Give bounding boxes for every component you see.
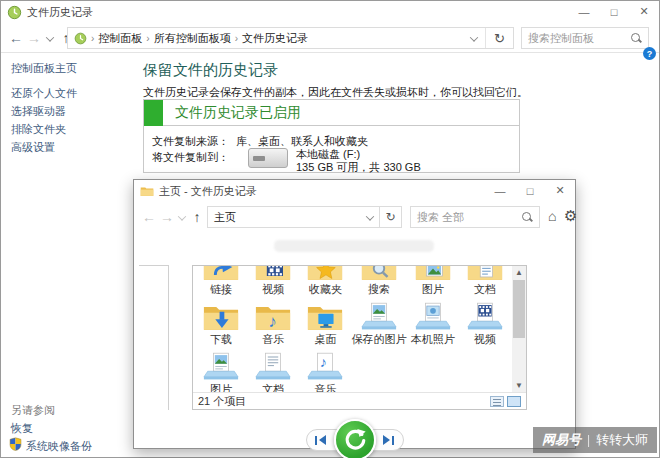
- page-title: 保留文件的历史记录: [143, 61, 278, 80]
- back-button[interactable]: ←: [140, 209, 158, 225]
- sidebar-item-recovery[interactable]: 恢复: [11, 421, 33, 436]
- address-dropdown-icon[interactable]: [367, 211, 379, 223]
- sidebar-item-select-drive[interactable]: 选择驱动器: [11, 104, 66, 119]
- titlebar-browser: 主页 - 文件历史记录 — □ ✕: [134, 180, 575, 202]
- grid-item-label: 图片: [422, 283, 444, 296]
- home-icon[interactable]: ⌂: [548, 208, 556, 224]
- library-icon: ♪: [306, 350, 344, 383]
- library-icon: [202, 350, 240, 383]
- grid-item-label: 视频: [474, 333, 496, 346]
- search-icon[interactable]: [630, 32, 642, 44]
- sidebar-item-home[interactable]: 控制面板主页: [11, 61, 77, 76]
- folder-icon: [202, 300, 240, 333]
- drive-space: 135 GB 可用，共 330 GB: [296, 160, 421, 175]
- scroll-up-icon[interactable]: ▲: [512, 266, 526, 279]
- folder-icon: [306, 265, 344, 283]
- window-title: 文件历史记录: [27, 5, 93, 20]
- close-button[interactable]: ✕: [545, 180, 575, 201]
- file-grid: 链接视频收藏夹搜索图片文档下载♪音乐桌面保存的图片本机照片视频图片文档♪音乐: [195, 265, 511, 392]
- window-title: 主页 - 文件历史记录: [159, 184, 257, 199]
- address-value: 主页: [208, 210, 367, 225]
- file-history-status-box: 文件历史记录已启用 文件复制来源： 库、桌面、联系人和收藏夹 将文件复制到： 本…: [143, 99, 520, 173]
- grid-item-label: 文档: [474, 283, 496, 296]
- folder-icon: ♪: [254, 300, 292, 333]
- sidebar-item-exclude-folders[interactable]: 排除文件夹: [11, 122, 66, 137]
- breadcrumb-location-icon: [74, 32, 87, 45]
- items-status-bar: 21 个项目: [193, 392, 526, 409]
- history-dropdown-icon[interactable]: [43, 32, 57, 44]
- grid-item-favorites[interactable]: 收藏夹: [299, 265, 351, 300]
- breadcrumb-control-panel[interactable]: 控制面板: [98, 31, 142, 46]
- grid-item-documents[interactable]: 文档: [459, 265, 511, 300]
- grid-item-search[interactable]: 搜索: [352, 265, 407, 300]
- grid-item-label: 保存的图片: [352, 333, 407, 346]
- refresh-button[interactable]: ↻: [380, 206, 402, 228]
- gear-icon[interactable]: ⚙: [564, 207, 577, 225]
- crumb-separator-icon: ›: [146, 33, 149, 44]
- copy-to-label: 将文件复制到：: [152, 150, 229, 165]
- scrollbar-thumb[interactable]: [513, 280, 525, 338]
- sidebar-item-advanced-settings[interactable]: 高级设置: [11, 140, 55, 155]
- watermark-name: 转转大师: [596, 431, 648, 449]
- watermark: 网易号 | 转转大师: [533, 427, 657, 453]
- history-dropdown-icon[interactable]: [176, 211, 188, 223]
- folder-icon: [466, 265, 504, 283]
- maximize-button[interactable]: □: [515, 180, 545, 201]
- minimize-button[interactable]: —: [569, 1, 599, 22]
- crumb-separator-icon: ›: [235, 33, 238, 44]
- scroll-down-icon[interactable]: ▼: [512, 379, 526, 392]
- breadcrumb-file-history[interactable]: 文件历史记录: [242, 31, 308, 46]
- search-all-input[interactable]: 搜索 全部: [410, 206, 540, 228]
- close-button[interactable]: ✕: [629, 1, 659, 22]
- address-combo[interactable]: 主页: [207, 206, 380, 228]
- sidebar-item-system-image-backup[interactable]: 系统映像备份: [26, 439, 92, 454]
- grid-item-label: 搜索: [368, 283, 390, 296]
- back-button[interactable]: ←: [7, 30, 25, 46]
- window-controls-main: — □ ✕: [569, 1, 659, 22]
- sidebar-item-restore-files[interactable]: 还原个人文件: [11, 86, 77, 101]
- search-control-panel-input[interactable]: 搜索控制面板: [521, 27, 649, 49]
- up-button[interactable]: ↑: [188, 209, 206, 225]
- thumbnail-view-icon[interactable]: [507, 396, 521, 407]
- search-icon[interactable]: [521, 211, 533, 223]
- status-title: 文件历史记录已启用: [175, 104, 301, 122]
- address-dropdown-icon[interactable]: [471, 32, 485, 44]
- grid-item-music[interactable]: ♪音乐: [247, 300, 299, 350]
- grid-item-downloads[interactable]: 下载: [195, 300, 247, 350]
- item-count: 21 个项目: [198, 394, 246, 409]
- search-placeholder: 搜索 全部: [417, 210, 521, 225]
- breadcrumb-all-items[interactable]: 所有控制面板项: [154, 31, 231, 46]
- address-bar[interactable]: › 控制面板 › 所有控制面板项 › 文件历史记录 ↻: [67, 27, 514, 49]
- maximize-button[interactable]: □: [599, 1, 629, 22]
- watermark-brand: 网易号: [542, 431, 581, 449]
- grid-item-lib-videos[interactable]: 视频: [459, 300, 511, 350]
- help-icon[interactable]: ?: [643, 47, 656, 60]
- grid-item-lib-pictures[interactable]: 保存的图片: [352, 300, 407, 350]
- file-history-app-icon: [7, 5, 22, 20]
- grid-item-video[interactable]: 视频: [247, 265, 299, 300]
- restore-arrow-icon: [343, 428, 367, 452]
- forward-button[interactable]: →: [25, 30, 43, 46]
- grid-item-lib-photos[interactable]: 本机照片: [407, 300, 459, 350]
- library-icon: [254, 350, 292, 383]
- vertical-scrollbar[interactable]: ▲ ▼: [512, 266, 526, 392]
- grid-item-link[interactable]: 链接: [195, 265, 247, 300]
- window-controls-browser: — □ ✕: [485, 180, 575, 201]
- restore-button[interactable]: [334, 419, 376, 458]
- hard-drive-icon: [248, 148, 288, 168]
- forward-button[interactable]: →: [158, 209, 176, 225]
- grid-item-label: 链接: [210, 283, 232, 296]
- folder-icon: [254, 265, 292, 283]
- folder-icon: [202, 265, 240, 283]
- titlebar-main: 文件历史记录 — □ ✕: [1, 1, 659, 23]
- grid-item-pictures[interactable]: 图片: [407, 265, 459, 300]
- refresh-icon[interactable]: ↻: [486, 31, 513, 46]
- svg-text:♪: ♪: [269, 312, 278, 331]
- list-view-icon[interactable]: [490, 396, 504, 407]
- minimize-button[interactable]: —: [485, 180, 515, 201]
- faded-date-text: [274, 240, 434, 252]
- grid-item-desktop[interactable]: 桌面: [299, 300, 351, 350]
- file-history-browser-window: 主页 - 文件历史记录 — □ ✕ ← → ↑ 主页 ↻ 搜索 全部 ⌂ ⚙ 链…: [133, 179, 576, 449]
- folder-icon: [306, 300, 344, 333]
- library-icon: [360, 300, 398, 333]
